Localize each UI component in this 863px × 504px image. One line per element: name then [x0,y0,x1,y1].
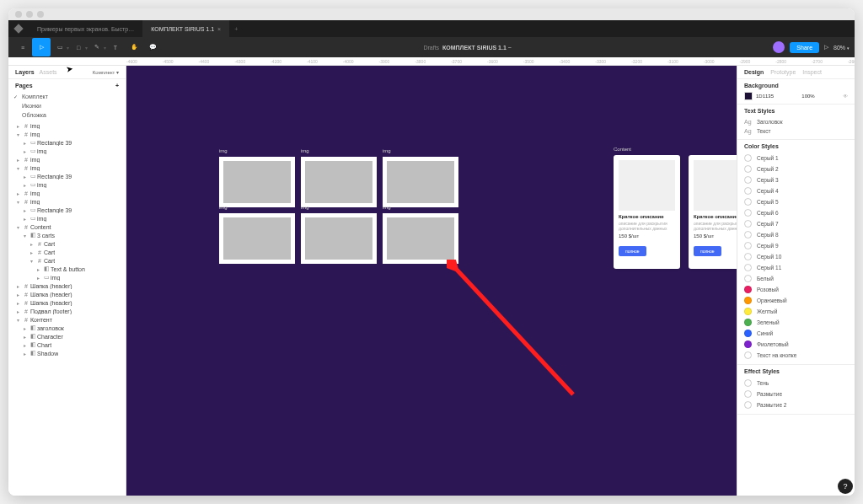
tab-file-2[interactable]: КОМПЛЕКТ SIRIUS 1.1× [142,20,229,37]
bg-hex[interactable]: 1D1135 [756,94,774,99]
effect-style-item[interactable]: Размытие [744,389,848,399]
layer-item[interactable]: ▾#Cart [8,256,126,265]
layer-item[interactable]: ▸▭img [8,180,126,189]
new-tab-button[interactable]: + [229,26,243,32]
color-style-item[interactable]: Желтый [744,306,848,317]
frame-img[interactable]: img [219,157,295,207]
color-style-item[interactable]: Серый 2 [744,164,848,174]
layer-item[interactable]: ▸▭img [8,214,126,223]
traffic-max[interactable] [37,11,44,18]
page-dropdown[interactable]: Комплект ▾ [93,69,119,75]
canvas[interactable]: img img img img img img Content Краткое … [126,66,737,496]
layer-item[interactable]: ▸▭img [8,273,126,281]
color-style-item[interactable]: Серый 10 [744,251,848,262]
user-avatar[interactable] [773,41,785,53]
traffic-min[interactable] [26,11,33,18]
close-icon[interactable]: × [217,26,221,32]
page-item[interactable]: Иконки [8,101,126,110]
layer-item[interactable]: ▸◧Character [8,332,126,340]
traffic-close[interactable] [15,11,22,18]
layer-item[interactable]: ▾#img [8,130,126,138]
effect-style-item[interactable]: Размытие 2 [744,399,848,410]
shape-tool-button[interactable]: □ [69,38,88,56]
color-style-item[interactable]: Фиолетовый [744,339,848,350]
share-button[interactable]: Share [790,42,819,53]
layer-item[interactable]: ▾#img [8,197,126,206]
frame-img[interactable]: img [301,157,377,207]
help-button[interactable]: ? [838,479,853,494]
layer-item[interactable]: ▸#Шапка (header) [8,290,126,298]
visibility-icon[interactable]: 👁 [843,94,848,99]
layer-item[interactable]: ▸#Подвал (footer) [8,307,126,315]
color-style-item[interactable]: Белый [744,273,848,284]
text-style-item[interactable]: AgТекст [744,126,848,136]
pen-tool-button[interactable]: ✎ [88,38,106,56]
layers-tab[interactable]: Layers [15,69,35,75]
layer-item[interactable]: ▸◧Text & button [8,265,126,273]
layer-item[interactable]: ▸#Cart [8,239,126,248]
color-style-item[interactable]: Текст на кнопке [744,350,848,361]
assets-tab[interactable]: Assets [40,69,57,75]
layer-item[interactable]: ▸◧Shadow [8,349,126,357]
layer-item[interactable]: ▾#Контент [8,315,126,324]
color-style-item[interactable]: Серый 11 [744,262,848,273]
file-title[interactable]: Drafts КОМПЛЕКТ SIRIUS 1.1 ~ [162,45,773,51]
layer-item[interactable]: ▸◧Chart [8,340,126,349]
color-style-item[interactable]: Серый 5 [744,196,848,207]
color-style-item[interactable]: Синий [744,328,848,339]
card-button[interactable]: полное [694,246,721,256]
page-item[interactable]: Обложка [8,110,126,120]
color-style-item[interactable]: Серый 6 [744,207,848,218]
text-style-item[interactable]: AgЗаголовок [744,117,848,126]
hand-tool-button[interactable]: ✋ [125,38,143,56]
color-style-item[interactable]: Зеленый [744,317,848,328]
layer-item[interactable]: ▸▭Rectangle 39 [8,138,126,147]
layer-item[interactable]: ▸#img [8,155,126,164]
color-style-item[interactable]: Серый 4 [744,185,848,196]
present-button[interactable]: ▷ [824,44,828,51]
color-style-item[interactable]: Оранжевый [744,295,848,306]
card-frame[interactable]: Краткое описание описание для раскрытия … [614,155,680,269]
move-tool-button[interactable]: ▷ [32,38,51,56]
layer-item[interactable]: ▸▭Rectangle 39 [8,172,126,180]
color-style-item[interactable]: Розовый [744,284,848,295]
layer-item[interactable]: ▸#img [8,189,126,197]
layer-item[interactable]: ▾#Content [8,223,126,231]
prototype-tab[interactable]: Prototype [770,69,796,75]
layer-item[interactable]: ▸◧заголовок [8,324,126,332]
color-style-item[interactable]: Серый 1 [744,153,848,164]
inspect-tab[interactable]: Inspect [802,69,822,75]
layer-item[interactable]: ▾#img [8,164,126,172]
layer-item[interactable]: ▸#Шапка (header) [8,281,126,290]
tab-file-1[interactable]: Примеры первых экранов. Быстр… [29,20,142,37]
zoom-dropdown[interactable]: 80% ▾ [834,45,850,51]
color-style-item[interactable]: Серый 8 [744,229,848,240]
frame-tool-button[interactable]: ▭ [51,38,69,56]
card-button[interactable]: полное [619,246,646,256]
frame-img[interactable]: img [383,157,458,207]
add-page-button[interactable]: + [115,83,119,88]
color-style-item[interactable]: Серый 3 [744,174,848,185]
bg-opacity[interactable]: 100% [801,94,814,99]
frame-img[interactable]: img [219,213,295,264]
card-frame[interactable]: Краткое описание описание для раскрытия … [689,155,737,269]
layer-item[interactable]: ▸▭Rectangle 39 [8,206,126,214]
page-item[interactable]: Комплект [8,92,126,101]
figma-logo-icon[interactable] [13,24,23,33]
layer-item[interactable]: ▾◧3 carts [8,231,126,239]
layer-item[interactable]: ▸#img [8,121,126,130]
color-style-item[interactable]: Серый 9 [744,240,848,251]
image-placeholder [223,161,291,203]
frame-img[interactable]: img [301,213,377,264]
design-tab[interactable]: Design [744,69,764,75]
frame-img[interactable]: img [383,213,458,264]
comment-tool-button[interactable]: 💬 [143,38,162,56]
effect-style-item[interactable]: Тень [744,378,848,389]
bg-swatch[interactable] [744,92,753,100]
layer-item[interactable]: ▸#Шапка (header) [8,298,126,307]
text-tool-button[interactable]: T [106,38,125,56]
main-menu-button[interactable]: ≡ [13,38,32,56]
layer-item[interactable]: ▸#Cart [8,248,126,256]
layer-item[interactable]: ▸▭img [8,147,126,155]
color-style-item[interactable]: Серый 7 [744,218,848,229]
